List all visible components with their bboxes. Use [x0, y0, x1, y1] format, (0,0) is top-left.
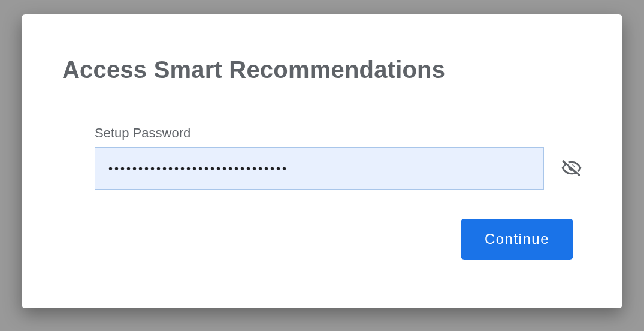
continue-button[interactable]: Continue — [461, 219, 573, 260]
setup-password-input[interactable] — [95, 147, 544, 190]
password-field-wrap: Setup Password — [95, 125, 582, 190]
visibility-off-icon — [561, 157, 582, 180]
access-modal: Access Smart Recommendations Setup Passw… — [22, 14, 622, 308]
modal-actions: Continue — [62, 219, 582, 260]
toggle-password-visibility-button[interactable] — [557, 154, 586, 184]
password-label: Setup Password — [95, 125, 582, 141]
password-input-row — [95, 147, 582, 190]
modal-title: Access Smart Recommendations — [62, 56, 582, 83]
